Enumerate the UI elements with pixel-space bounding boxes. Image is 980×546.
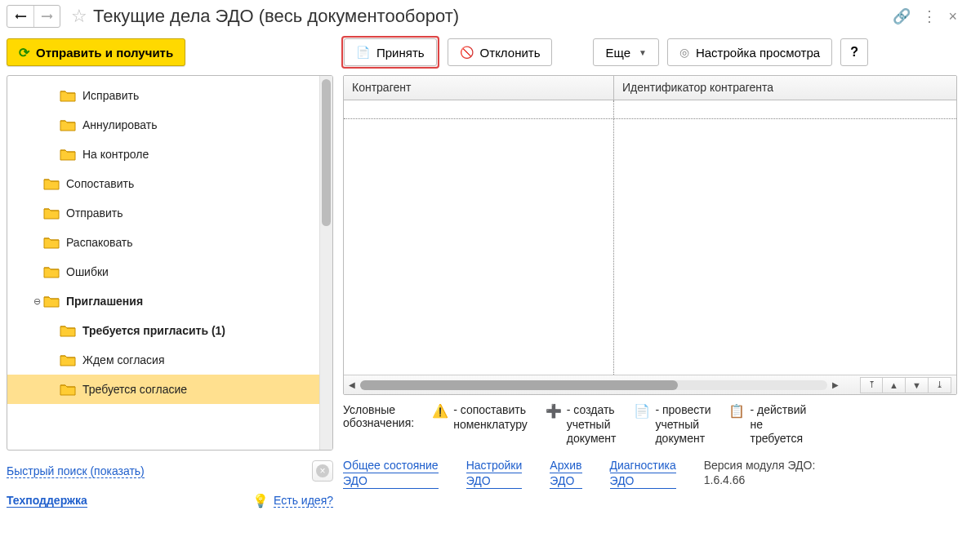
quick-search-link[interactable]: Быстрый поиск (показать) bbox=[7, 464, 145, 478]
legend-item-icon: ⚠️ bbox=[432, 403, 448, 419]
tech-support-link[interactable]: Техподдержка bbox=[7, 494, 87, 508]
folder-icon bbox=[60, 383, 76, 396]
bottom-link-group: АрхивЭДО bbox=[550, 458, 581, 489]
accept-icon: 📄 bbox=[356, 46, 370, 59]
send-receive-button[interactable]: ⟳ Отправить и получить bbox=[7, 38, 185, 66]
legend-item: ⚠️- сопоставить номенклатуру bbox=[432, 403, 528, 432]
tree-item[interactable]: Отправить bbox=[7, 198, 332, 228]
help-button[interactable]: ? bbox=[840, 38, 868, 66]
clear-icon: × bbox=[316, 464, 329, 477]
grid-nav-down[interactable]: ▼ bbox=[906, 377, 929, 393]
grid-panel: Контрагент Идентификатор контрагента ◀ ▶ bbox=[343, 75, 957, 395]
grid-nav-last[interactable]: ⤓ bbox=[929, 377, 951, 393]
reject-label: Отклонить bbox=[480, 46, 541, 60]
legend-item-text: - сопоставить номенклатуру bbox=[453, 403, 528, 432]
grid-header-contractor-id[interactable]: Идентификатор контрагента bbox=[614, 76, 956, 100]
close-icon[interactable]: × bbox=[948, 8, 957, 25]
bottom-link-line2[interactable]: ЭДО bbox=[550, 473, 581, 489]
accept-button-highlight: 📄 Принять bbox=[341, 36, 439, 69]
favorite-star-icon[interactable]: ☆ bbox=[69, 6, 90, 27]
tree-expander-icon[interactable]: ⊖ bbox=[30, 296, 43, 307]
view-settings-icon: ◎ bbox=[679, 46, 689, 59]
more-label: Еще bbox=[605, 46, 630, 60]
back-button[interactable]: 🠔 bbox=[7, 6, 33, 27]
tree-item-label: Ждем согласия bbox=[82, 353, 165, 366]
version-value: 1.6.4.66 bbox=[704, 473, 816, 487]
bottom-link-group: НастройкиЭДО bbox=[466, 458, 523, 489]
folder-icon bbox=[43, 236, 60, 249]
folder-tree[interactable]: ИсправитьАннулироватьНа контролеСопостав… bbox=[7, 76, 332, 450]
bottom-link-line1[interactable]: Диагностика bbox=[610, 458, 676, 473]
tree-scrollbar[interactable] bbox=[319, 76, 332, 450]
tree-item-label: Исправить bbox=[82, 89, 139, 102]
bottom-link-line1[interactable]: Архив bbox=[550, 458, 581, 473]
grid-nav-first[interactable]: ⤒ bbox=[860, 377, 883, 393]
bottom-link-group: Общее состояниеЭДО bbox=[343, 458, 439, 489]
bottom-link-line2[interactable]: ЭДО bbox=[343, 473, 439, 489]
idea-link[interactable]: Есть идея? bbox=[274, 494, 333, 508]
tree-item-label: Аннулировать bbox=[82, 118, 158, 131]
version-label: Версия модуля ЭДО: bbox=[704, 458, 816, 473]
tree-item-label: Отправить bbox=[66, 206, 122, 220]
chevron-down-icon: ▼ bbox=[639, 48, 647, 57]
bottom-link-group: ДиагностикаЭДО bbox=[610, 458, 676, 489]
reject-icon: 🚫 bbox=[460, 46, 474, 59]
scroll-left-icon[interactable]: ◀ bbox=[349, 380, 355, 389]
tree-item[interactable]: Ждем согласия bbox=[7, 345, 332, 375]
link-icon[interactable]: 🔗 bbox=[893, 7, 911, 25]
tree-item[interactable]: Сопоставить bbox=[7, 169, 332, 198]
kebab-menu-icon[interactable]: ⋮ bbox=[922, 7, 937, 25]
tree-item[interactable]: Требуется согласие bbox=[7, 375, 332, 404]
scroll-right-icon[interactable]: ▶ bbox=[832, 380, 839, 389]
grid-horizontal-scrollbar[interactable]: ◀ ▶ bbox=[349, 380, 839, 390]
bottom-link-line1[interactable]: Настройки bbox=[466, 458, 523, 473]
legend-item-text: - провести учетный документ bbox=[655, 403, 710, 446]
folder-icon bbox=[60, 148, 76, 161]
tree-item[interactable]: Распаковать bbox=[7, 228, 332, 257]
tree-item-label: Приглашения bbox=[66, 295, 143, 308]
folder-icon bbox=[60, 353, 76, 366]
tree-item[interactable]: Исправить bbox=[7, 81, 332, 110]
tree-item-label: Ошибки bbox=[66, 265, 109, 278]
tree-item-label: Сопоставить bbox=[66, 177, 134, 190]
legend-item: 📋- действий не требуется bbox=[728, 403, 806, 446]
grid-nav-buttons: ⤒ ▲ ▼ ⤓ bbox=[860, 377, 951, 393]
tree-item[interactable]: Ошибки bbox=[7, 257, 332, 286]
tree-item-label: Требуется пригласить (1) bbox=[82, 324, 225, 337]
tree-item[interactable]: Аннулировать bbox=[7, 110, 332, 140]
tree-item[interactable]: На контроле bbox=[7, 140, 332, 169]
folder-icon bbox=[43, 177, 60, 190]
clear-search-button[interactable]: × bbox=[312, 460, 333, 482]
grid-footer: ◀ ▶ ⤒ ▲ ▼ ⤓ bbox=[344, 375, 956, 394]
tree-item[interactable]: Требуется пригласить (1) bbox=[7, 316, 332, 345]
reject-button[interactable]: 🚫 Отклонить bbox=[448, 38, 553, 66]
grid-nav-up[interactable]: ▲ bbox=[883, 377, 906, 393]
folder-icon bbox=[60, 89, 76, 102]
grid-body[interactable] bbox=[344, 100, 956, 375]
tree-item-label: Требуется согласие bbox=[82, 383, 187, 396]
accept-button[interactable]: 📄 Принять bbox=[344, 38, 437, 66]
folder-icon bbox=[43, 295, 60, 308]
grid-header-contractor[interactable]: Контрагент bbox=[344, 76, 613, 100]
send-receive-label: Отправить и получить bbox=[36, 46, 173, 60]
page-title: Текущие дела ЭДО (весь документооборот) bbox=[93, 6, 459, 27]
version-block: Версия модуля ЭДО: 1.6.4.66 bbox=[704, 458, 816, 487]
bulb-icon: 💡 bbox=[252, 493, 269, 508]
bottom-link-line2[interactable]: ЭДО bbox=[466, 473, 523, 489]
bottom-link-line2[interactable]: ЭДО bbox=[610, 473, 676, 489]
folder-icon bbox=[43, 206, 60, 220]
tree-item[interactable]: ⊖Приглашения bbox=[7, 286, 332, 316]
title-bar: 🠔 🠖 ☆ Текущие дела ЭДО (весь документооб… bbox=[7, 3, 957, 33]
grid-header: Контрагент Идентификатор контрагента bbox=[344, 76, 956, 100]
bottom-link-line1[interactable]: Общее состояние bbox=[343, 458, 439, 473]
view-settings-button[interactable]: ◎ Настройка просмотра bbox=[667, 38, 832, 66]
folder-tree-panel: ИсправитьАннулироватьНа контролеСопостав… bbox=[7, 75, 333, 451]
more-button[interactable]: Еще ▼ bbox=[593, 38, 658, 66]
legend-item-icon: ➕ bbox=[546, 403, 562, 419]
accept-label: Принять bbox=[376, 46, 425, 60]
tree-item-label: Распаковать bbox=[66, 236, 133, 249]
toolbar: ⟳ Отправить и получить 📄 Принять 🚫 Откло… bbox=[7, 33, 957, 75]
title-actions: 🔗 ⋮ × bbox=[893, 7, 957, 25]
bottom-links: Общее состояниеЭДОНастройкиЭДОАрхивЭДОДи… bbox=[343, 458, 957, 489]
forward-button[interactable]: 🠖 bbox=[33, 6, 60, 27]
